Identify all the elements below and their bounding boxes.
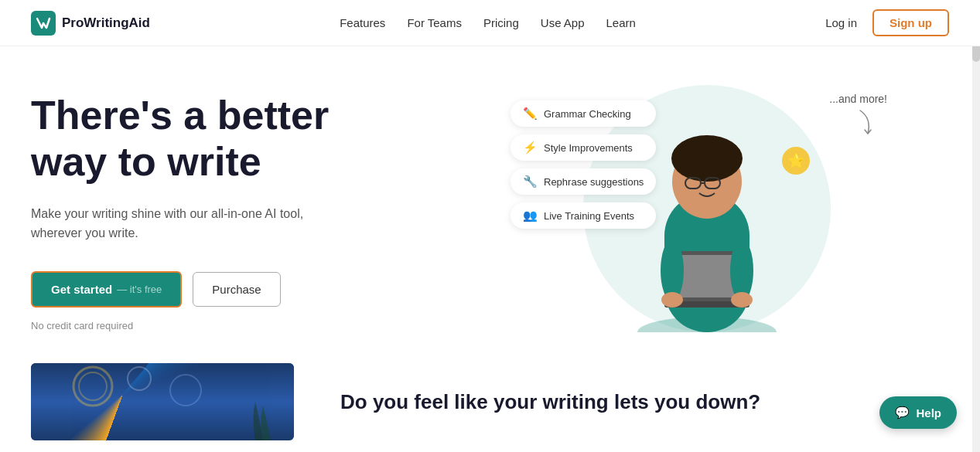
- chat-icon: 💬: [895, 406, 910, 420]
- free-text: — it's free: [117, 284, 162, 295]
- no-credit-text: No credit card required: [31, 320, 464, 331]
- bottom-title: Do you feel like your writing lets you d…: [340, 390, 760, 414]
- wrench-icon: 🔧: [523, 175, 538, 189]
- svg-point-17: [128, 367, 151, 390]
- grammar-label: Grammar Checking: [544, 108, 631, 120]
- help-label: Help: [916, 406, 941, 420]
- hero-section: There's a better way to write Make your …: [0, 46, 980, 348]
- logo-link[interactable]: ProWritingAid: [31, 11, 150, 36]
- logo-text: ProWritingAid: [62, 15, 150, 31]
- nav-right: Log in Sign up: [825, 9, 949, 36]
- hero-illustration: ...and more! ⭐: [464, 85, 949, 332]
- hero-left: There's a better way to write Make your …: [31, 85, 464, 331]
- pwa-logo-icon: [31, 11, 56, 36]
- scrollbar[interactable]: [972, 0, 980, 452]
- help-button[interactable]: 💬 Help: [879, 396, 957, 429]
- training-label: Live Training Events: [544, 210, 634, 222]
- people-icon: 👥: [523, 209, 538, 223]
- nav-features[interactable]: Features: [340, 16, 385, 29]
- decorative-arrow: [837, 107, 876, 145]
- style-label: Style Improvements: [544, 142, 633, 154]
- bottom-right: Do you feel like your writing lets you d…: [340, 363, 760, 440]
- svg-point-4: [671, 135, 743, 182]
- feature-card-grammar: ✏️ Grammar Checking: [510, 100, 656, 127]
- get-started-button[interactable]: Get started — it's free: [31, 271, 182, 308]
- feature-cards: ✏️ Grammar Checking ⚡ Style Improvements…: [510, 100, 656, 229]
- star-badge: ⭐: [782, 147, 810, 175]
- artwork-container: [31, 363, 294, 440]
- rephrase-label: Rephrase suggestions: [544, 176, 644, 188]
- and-more-text: ...and more!: [829, 93, 887, 105]
- hero-buttons: Get started — it's free Purchase: [31, 271, 464, 308]
- svg-point-14: [731, 292, 753, 308]
- nav-learn[interactable]: Learn: [606, 16, 636, 29]
- svg-point-18: [170, 375, 201, 406]
- feature-card-training: 👥 Live Training Events: [510, 202, 656, 229]
- feature-card-style: ⚡ Style Improvements: [510, 134, 656, 161]
- login-link[interactable]: Log in: [825, 16, 857, 29]
- lightning-icon: ⚡: [523, 141, 538, 155]
- hero-title: There's a better way to write: [31, 93, 464, 185]
- pencil-icon: ✏️: [523, 107, 538, 121]
- starry-night-art: [31, 363, 294, 440]
- nav-links: Features For Teams Pricing Use App Learn: [340, 16, 636, 30]
- nav-pricing[interactable]: Pricing: [483, 16, 519, 29]
- nav-use-app[interactable]: Use App: [541, 16, 585, 29]
- feature-card-rephrase: 🔧 Rephrase suggestions: [510, 168, 656, 195]
- hero-subtitle: Make your writing shine with our all-in-…: [31, 204, 325, 243]
- signup-button[interactable]: Sign up: [872, 9, 949, 36]
- navbar: ProWritingAid Features For Teams Pricing…: [0, 0, 980, 46]
- bottom-section: Do you feel like your writing lets you d…: [0, 363, 980, 440]
- svg-point-13: [661, 292, 683, 308]
- nav-teams[interactable]: For Teams: [407, 16, 462, 29]
- purchase-button[interactable]: Purchase: [193, 272, 280, 307]
- svg-point-16: [79, 372, 107, 400]
